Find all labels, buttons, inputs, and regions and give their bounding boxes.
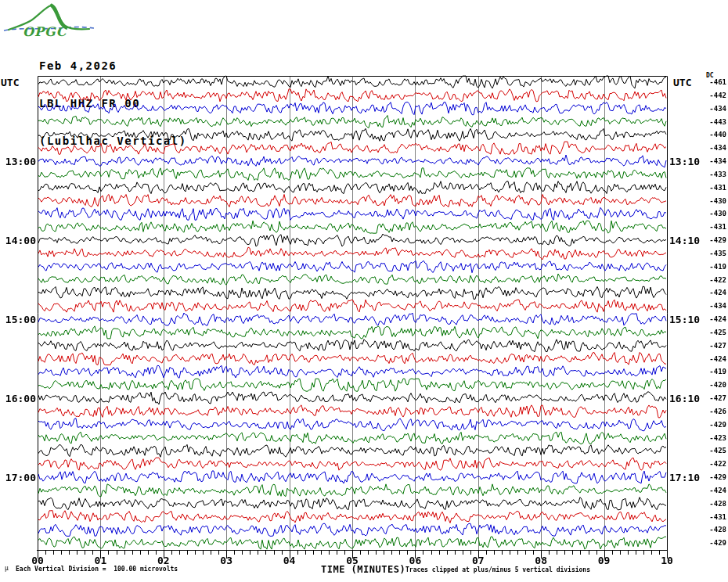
x-tick-label: 01 (88, 555, 112, 566)
scale-note: Each Vertical Division = 100.00 microvol… (16, 566, 178, 573)
hour-label-left: 15:00 (0, 314, 36, 325)
dc-value: -428 (699, 500, 726, 508)
dc-value: -424 (699, 487, 726, 494)
x-tick-label: 07 (467, 555, 490, 566)
dc-value: -420 (699, 381, 726, 389)
clip-note: Traces clipped at plus/minus 5 vertical … (405, 566, 590, 573)
x-tick-label: 06 (403, 555, 427, 566)
hour-label-left: 16:00 (0, 393, 36, 404)
dc-value: -429 (699, 236, 726, 244)
dc-value: -431 (699, 513, 726, 521)
dc-value: -440 (699, 131, 726, 138)
x-tick-label: 10 (655, 555, 679, 566)
dc-value: -433 (699, 171, 726, 178)
dc-value: -443 (699, 118, 726, 126)
x-tick-label: 09 (593, 555, 616, 566)
dc-value: -429 (699, 539, 726, 547)
dc-value: -429 (699, 421, 726, 429)
dc-value: -419 (699, 368, 726, 375)
x-tick-label: 08 (529, 555, 553, 566)
microvolt-mark: µ (5, 565, 9, 572)
hour-label-right: 13:10 (669, 156, 700, 167)
dc-value: -422 (699, 276, 726, 284)
hour-label-right: 16:10 (669, 393, 700, 404)
dc-value: -427 (699, 394, 726, 402)
dc-value: -430 (699, 197, 726, 205)
x-tick-label: 03 (214, 555, 238, 566)
dc-value: -434 (699, 157, 726, 165)
hour-label-left: 13:00 (0, 156, 36, 167)
dc-value: -426 (699, 408, 726, 415)
dc-value: -431 (699, 223, 726, 231)
dc-value: -419 (699, 263, 726, 271)
dc-value: -431 (699, 184, 726, 192)
dc-value: -442 (699, 92, 726, 99)
x-tick-label: 04 (278, 555, 301, 566)
dc-value: -424 (699, 315, 726, 323)
dc-value: -423 (699, 434, 726, 442)
hour-label-right: 17:10 (669, 472, 700, 483)
hour-label-left: 14:00 (0, 235, 36, 246)
dc-value: -429 (699, 473, 726, 481)
x-tick-label: 00 (26, 555, 49, 566)
dc-value: -422 (699, 460, 726, 468)
hour-label-right: 15:10 (669, 314, 700, 325)
dc-value: -435 (699, 250, 726, 257)
dc-value: -461 (699, 78, 726, 86)
dc-value: -424 (699, 289, 726, 296)
dc-value: -425 (699, 447, 726, 454)
dc-value: -427 (699, 342, 726, 350)
dc-value: -424 (699, 355, 726, 363)
helicorder-page: OPGC Feb 4,2026 LBL HHZ FR 00 (Lubilhac … (0, 0, 728, 582)
dc-value: -434 (699, 105, 726, 113)
hour-label-right: 14:10 (669, 235, 700, 246)
dc-value: -434 (699, 302, 726, 310)
dc-value: -428 (699, 526, 726, 534)
seismogram-plot (0, 0, 728, 582)
dc-value: -425 (699, 329, 726, 336)
x-tick-label: 02 (152, 555, 175, 566)
dc-value: -430 (699, 210, 726, 217)
hour-label-left: 17:00 (0, 472, 36, 483)
dc-value: -434 (699, 144, 726, 152)
x-axis-title: TIME (MINUTES) (321, 564, 405, 575)
